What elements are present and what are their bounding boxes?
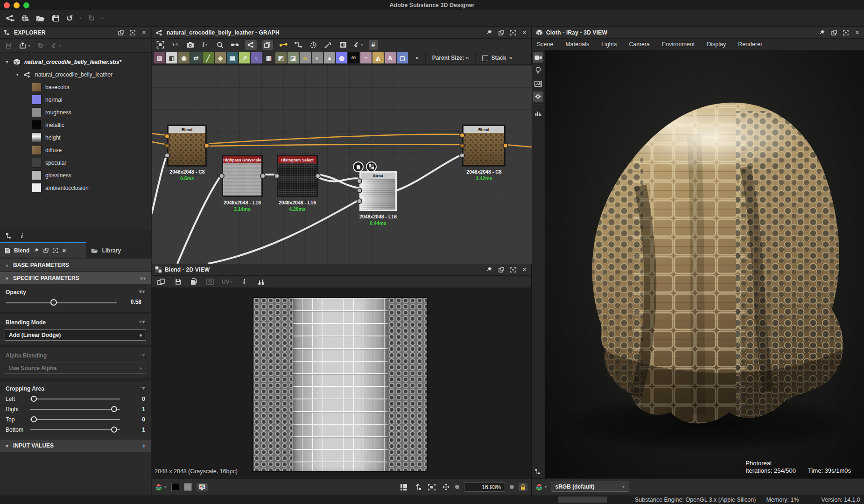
node-input-port[interactable]: [459, 143, 465, 148]
zoom-out-button[interactable]: [455, 485, 459, 489]
graph-view-toggle[interactable]: [245, 40, 257, 50]
texture-preview-2d[interactable]: [253, 297, 428, 472]
background-black-swatch[interactable]: [171, 483, 179, 491]
new-package-button[interactable]: [21, 14, 29, 22]
maximize-panel-button[interactable]: [510, 29, 516, 35]
ruler-button[interactable]: [413, 482, 422, 492]
section-input-values[interactable]: ▾ INPUT VALUES +: [0, 440, 151, 452]
graph-canvas[interactable]: Blend 2048x2048 - C8 0.5ms Highpass Gray…: [152, 65, 532, 264]
menu-camera[interactable]: Camera: [629, 41, 650, 48]
tree-item-output[interactable]: glossiness: [0, 169, 151, 182]
menu-materials[interactable]: Materials: [565, 41, 589, 48]
menu-display[interactable]: Display: [707, 41, 726, 48]
menu-scene[interactable]: Scene: [537, 41, 553, 48]
crop-right-slider[interactable]: [30, 409, 120, 410]
node-2dview-badge[interactable]: [366, 161, 377, 172]
node-input-port[interactable]: [459, 153, 465, 158]
node-highpass-grayscale[interactable]: Highpass Grayscale: [222, 155, 263, 197]
window-close-button[interactable]: [4, 2, 10, 8]
node-output-port[interactable]: [315, 173, 321, 179]
maximize-panel-button[interactable]: [129, 29, 135, 35]
copy-image-button[interactable]: [189, 277, 198, 287]
thumbnails-button[interactable]: [338, 40, 348, 50]
tree-item-output[interactable]: ambientocclusion: [0, 182, 151, 194]
palette-bitmap[interactable]: 01: [348, 52, 359, 63]
hierarchy-icon[interactable]: [6, 233, 13, 239]
crop-value[interactable]: 1: [126, 406, 145, 413]
node-output-port[interactable]: [204, 143, 210, 148]
info-icon[interactable]: i: [21, 232, 23, 240]
palette-overflow-button[interactable]: »: [415, 55, 419, 61]
chevron-down-icon[interactable]: ▾: [15, 72, 20, 77]
lock-zoom-button[interactable]: [519, 483, 527, 491]
palette-transform[interactable]: ▣: [227, 52, 238, 63]
tiling-mode-button[interactable]: [399, 482, 408, 492]
save-package-button[interactable]: [5, 42, 12, 49]
palette-shape-mask[interactable]: ◐: [312, 52, 323, 63]
duplicate-view-button[interactable]: [156, 277, 166, 287]
render-stats-button[interactable]: [533, 108, 543, 118]
image-info-button[interactable]: i: [239, 277, 249, 287]
crop-value[interactable]: 0: [126, 396, 145, 402]
section-menu-icon[interactable]: ≡▾: [140, 276, 146, 281]
pin-icon[interactable]: [486, 266, 492, 273]
link-creation-button[interactable]: [230, 40, 239, 50]
clean-button[interactable]: ▾: [51, 42, 61, 49]
palette-color-wheel[interactable]: ◍: [336, 52, 347, 63]
slider-knob[interactable]: [31, 396, 37, 402]
maximize-panel-icon[interactable]: [53, 248, 58, 253]
crop-value[interactable]: 1: [126, 427, 145, 433]
param-menu-icon[interactable]: ≡▾: [139, 289, 145, 295]
compute-time-button[interactable]: [309, 40, 318, 50]
slider-knob[interactable]: [111, 406, 117, 412]
search-button[interactable]: [215, 40, 225, 50]
float-panel-button[interactable]: [498, 266, 504, 273]
node-input-port[interactable]: [164, 143, 170, 148]
node-histogram-select[interactable]: Histogram Select: [277, 155, 318, 197]
pan-button[interactable]: [441, 482, 450, 492]
tree-item-output[interactable]: normal: [0, 93, 151, 106]
node-input-port[interactable]: [357, 178, 362, 184]
opacity-value[interactable]: 0.58: [131, 299, 141, 305]
palette-height-normal[interactable]: ▲: [324, 52, 335, 63]
tree-item-graph[interactable]: ▾ natural_crocodile_belly_leather: [0, 68, 151, 81]
slider-knob[interactable]: [111, 427, 117, 433]
opacity-slider[interactable]: 0.58: [6, 297, 145, 308]
open-button[interactable]: [36, 15, 45, 22]
screenshot-button[interactable]: [185, 40, 195, 50]
palette-dot-node[interactable]: ∞: [300, 52, 311, 63]
param-menu-icon[interactable]: ≡▾: [139, 385, 145, 392]
snap-grid-button[interactable]: #: [369, 40, 378, 50]
fit-view-button[interactable]: [427, 482, 436, 492]
float-panel-button[interactable]: [498, 29, 504, 35]
float-panel-icon[interactable]: [43, 248, 49, 253]
elbow-links-button[interactable]: [294, 40, 303, 50]
section-specific-parameters[interactable]: ▾ SPECIFIC PARAMETERS ≡▾: [0, 272, 151, 284]
display-filter-button[interactable]: [197, 483, 208, 491]
tree-item-output[interactable]: roughness: [0, 106, 151, 119]
display-settings-button[interactable]: [533, 91, 543, 102]
colorspace-layers-button[interactable]: ▾: [536, 482, 547, 492]
pin-icon[interactable]: [34, 248, 39, 253]
node-doc-badge[interactable]: [353, 161, 364, 172]
menu-renderer[interactable]: Renderer: [738, 41, 762, 48]
maximize-panel-button[interactable]: [843, 29, 849, 35]
tree-item-output[interactable]: height: [0, 131, 151, 144]
node-input-port[interactable]: [164, 133, 170, 139]
menu-lights[interactable]: Lights: [601, 41, 617, 48]
palette-directional-blur[interactable]: ◈: [215, 52, 226, 63]
palette-directional-warp[interactable]: ↗: [239, 52, 250, 63]
tree-item-output[interactable]: diffuse: [0, 144, 151, 156]
undo-button[interactable]: ↺: [66, 14, 73, 23]
section-base-parameters[interactable]: › BASE PARAMETERS: [0, 259, 151, 271]
slider-knob[interactable]: [31, 416, 37, 422]
histogram-button[interactable]: [256, 277, 265, 287]
tab-library[interactable]: Library: [86, 242, 151, 258]
parent-size-button[interactable]: Parent Size: »: [432, 55, 469, 61]
new-substance-button[interactable]: [6, 14, 14, 22]
close-panel-button[interactable]: ×: [521, 29, 527, 35]
straight-links-button[interactable]: [279, 40, 288, 50]
palette-gradient-pin[interactable]: ◪: [288, 52, 299, 63]
palette-spline[interactable]: ~: [360, 52, 372, 63]
zoom-in-button[interactable]: [510, 485, 514, 489]
